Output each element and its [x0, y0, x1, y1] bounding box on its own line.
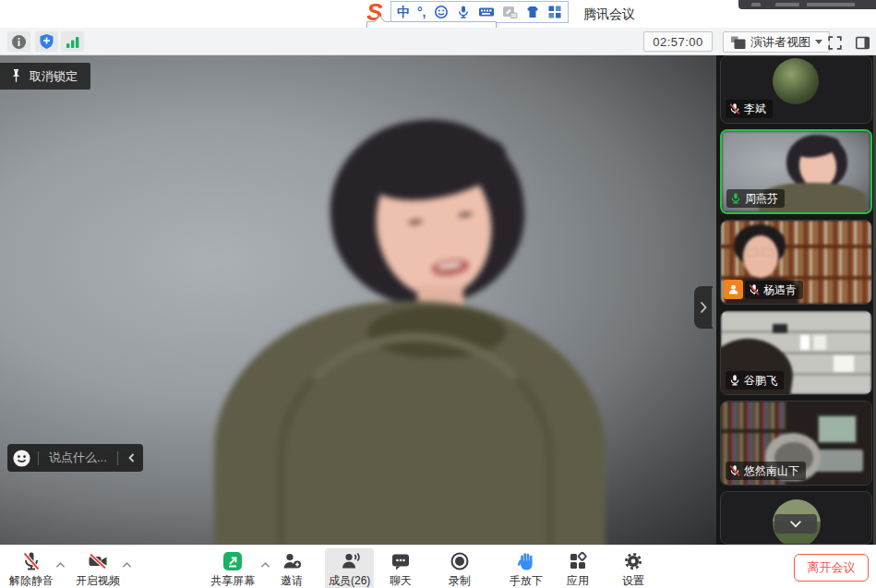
pin-icon	[9, 68, 23, 84]
participant-tile-partial[interactable]	[720, 491, 872, 545]
scroll-down-button[interactable]	[774, 514, 817, 534]
fullscreen-button[interactable]	[824, 32, 845, 53]
apps-label: 应用	[567, 573, 589, 588]
ime-soft-keyboard-icon[interactable]	[478, 5, 495, 19]
ime-toolbox-icon[interactable]	[547, 5, 562, 19]
participant-name: 杨遇青	[763, 282, 797, 298]
members-label: 成员(26)	[329, 573, 370, 588]
leave-meeting-button[interactable]: 离开会议	[794, 554, 869, 582]
bottom-control-bar: 解除静音 开启视频 共享屏幕 邀请 成员(26) 聊天	[0, 545, 876, 588]
record-label: 录制	[449, 573, 471, 588]
avatar	[773, 58, 819, 104]
host-badge	[724, 280, 743, 299]
invite-button[interactable]: 邀请	[277, 548, 306, 588]
ime-emoji-icon[interactable]	[434, 5, 449, 19]
divider	[38, 451, 39, 465]
app-title: 腾讯会议	[583, 6, 635, 23]
lower-hand-button[interactable]: 手放下	[506, 548, 546, 588]
shield-plus-icon	[39, 33, 54, 50]
share-screen-button[interactable]: 共享屏幕	[207, 548, 258, 588]
chat-button[interactable]: 聊天	[386, 548, 415, 588]
ime-punctuation-icon[interactable]: °,	[417, 4, 426, 20]
share-screen-label: 共享屏幕	[210, 573, 255, 588]
ime-voice-input-icon[interactable]	[456, 5, 471, 19]
unmute-button[interactable]: 解除静音	[6, 548, 57, 588]
members-button[interactable]: 成员(26)	[325, 548, 374, 588]
emoji-smiley-icon[interactable]	[12, 449, 31, 468]
fullscreen-icon	[826, 34, 844, 52]
gear-icon	[622, 550, 644, 572]
unpin-label: 取消锁定	[30, 68, 78, 85]
security-button[interactable]	[35, 31, 58, 52]
participant-tile[interactable]: 悠然南山下	[720, 401, 872, 486]
participant-tile[interactable]: 李斌	[720, 55, 872, 124]
window-titlebar-overlay	[738, 0, 876, 9]
chevron-up-icon	[121, 560, 133, 570]
start-video-button[interactable]: 开启视频	[72, 548, 124, 588]
raised-hand-icon	[515, 550, 537, 572]
apps-icon	[567, 550, 589, 572]
apps-button[interactable]: 应用	[563, 548, 593, 588]
participants-sidebar: 李斌 周燕芬	[716, 55, 876, 545]
chevron-down-icon	[815, 40, 822, 44]
mic-muted-icon	[728, 102, 741, 115]
camera-off-icon	[87, 550, 109, 572]
view-mode-selector[interactable]: 演讲者视图	[723, 31, 830, 53]
participant-name: 谷鹏飞	[744, 373, 777, 389]
main-video-speaker[interactable]: 取消锁定 说点什么...	[0, 55, 716, 545]
person-icon	[727, 283, 739, 295]
meeting-info-button[interactable]	[7, 31, 30, 52]
mic-on-icon	[728, 374, 741, 387]
tencent-meeting-window: S 中 °,	[0, 0, 876, 588]
caption-input-bar[interactable]: 说点什么...	[7, 444, 143, 472]
os-top-bar: S 中 °,	[0, 0, 876, 28]
participant-tile-active-speaker[interactable]: 周燕芬	[720, 129, 872, 214]
record-icon	[449, 550, 471, 572]
participant-tile[interactable]: 谷鹏飞	[720, 310, 872, 395]
ime-toolbar-box: 中 °,	[390, 1, 569, 23]
ime-chinese-mode-icon[interactable]: 中	[397, 4, 410, 20]
share-screen-icon	[222, 550, 244, 572]
caption-placeholder[interactable]: 说点什么...	[45, 450, 111, 466]
mic-muted-icon	[20, 550, 42, 572]
video-options-chevron[interactable]	[121, 557, 133, 573]
chevron-up-icon	[259, 560, 271, 570]
view-mode-label: 演讲者视图	[750, 34, 810, 51]
lower-hand-label: 手放下	[510, 573, 543, 588]
invite-person-icon	[281, 550, 303, 572]
chevron-left-icon[interactable]	[125, 450, 139, 465]
chat-label: 聊天	[390, 573, 412, 588]
chevron-down-icon	[788, 519, 803, 530]
side-panel-icon	[854, 34, 871, 52]
settings-button[interactable]: 设置	[618, 548, 648, 588]
participant-tile[interactable]: 杨遇青	[720, 220, 872, 305]
meeting-timer: 02:57:00	[643, 31, 713, 52]
record-button[interactable]: 录制	[445, 548, 474, 588]
signal-bars-icon	[66, 35, 80, 49]
side-panel-toggle-button[interactable]	[852, 32, 872, 53]
start-video-label: 开启视频	[76, 573, 120, 588]
divider	[117, 451, 118, 465]
ime-toolbar[interactable]: S 中 °,	[363, 1, 569, 23]
share-options-chevron[interactable]	[259, 557, 271, 573]
info-icon	[11, 34, 27, 50]
participant-name: 李斌	[744, 102, 766, 117]
participant-name: 悠然南山下	[744, 463, 799, 479]
ime-handwriting-icon[interactable]	[502, 5, 518, 19]
invite-label: 邀请	[281, 573, 303, 588]
mic-muted-icon	[748, 283, 761, 296]
unpin-button[interactable]: 取消锁定	[0, 63, 90, 90]
members-icon	[339, 550, 361, 572]
settings-label: 设置	[622, 573, 644, 588]
chevron-up-icon	[54, 560, 66, 570]
layout-icon	[730, 35, 746, 50]
chat-icon	[390, 550, 412, 572]
sidebar-collapse-handle[interactable]	[694, 286, 713, 329]
mic-muted-icon	[728, 464, 741, 477]
chevron-right-icon	[698, 300, 709, 315]
audio-options-chevron[interactable]	[54, 557, 66, 573]
meeting-toolbar: 02:57:00 演讲者视图	[0, 28, 876, 55]
ime-skin-icon[interactable]	[525, 5, 540, 19]
mic-active-icon	[729, 192, 742, 205]
network-quality-button[interactable]	[61, 31, 84, 52]
